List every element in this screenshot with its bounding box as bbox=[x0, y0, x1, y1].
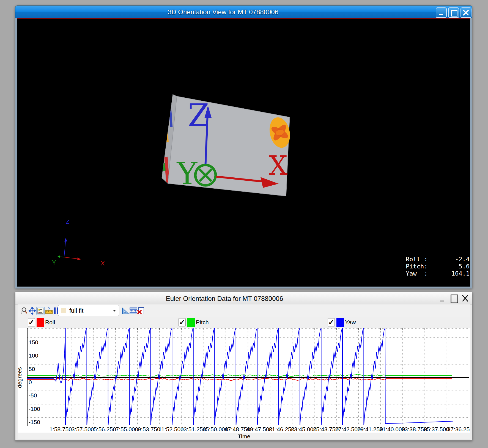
measure-ruler-icon[interactable]: ? bbox=[45, 307, 53, 315]
svg-text:150: 150 bbox=[29, 339, 38, 345]
close-button[interactable] bbox=[460, 7, 471, 18]
series-legend-row: ✓ Roll ✓ Pitch ✓ Yaw bbox=[18, 317, 470, 328]
yaw-checkbox[interactable]: ✓ bbox=[328, 318, 335, 326]
span-markers-icon[interactable] bbox=[129, 307, 137, 315]
minimize-icon bbox=[439, 14, 443, 15]
svg-text:degrees: degrees bbox=[18, 367, 23, 388]
yaw-color-swatch bbox=[336, 318, 344, 327]
clear-markers-icon[interactable] bbox=[137, 307, 144, 315]
euler-chart: 150100500-50-100-1501:58.7503:57.5005:56… bbox=[18, 328, 470, 433]
chart-toolbar: ? full fit bbox=[18, 304, 470, 317]
pitch-readout: Pitch:5.6 bbox=[406, 263, 470, 270]
maximize-icon bbox=[451, 10, 457, 17]
yaw-label: Yaw bbox=[345, 319, 356, 326]
maximize-button[interactable] bbox=[448, 7, 459, 18]
svg-text:7:55.000: 7:55.000 bbox=[116, 426, 138, 432]
svg-text:3:57.500: 3:57.500 bbox=[72, 426, 94, 432]
fit-mode-combobox[interactable]: full fit bbox=[58, 305, 119, 316]
fit-selection-icon bbox=[61, 308, 66, 313]
legend-yaw: ✓ Yaw bbox=[328, 318, 356, 327]
scene-3d: Z Y X bbox=[17, 18, 470, 287]
pitch-label: Pitch bbox=[196, 319, 209, 326]
svg-text:-150: -150 bbox=[29, 419, 40, 425]
svg-text:9:53.750: 9:53.750 bbox=[138, 426, 160, 432]
mini-z-label: Z bbox=[66, 218, 69, 225]
minimize-button[interactable] bbox=[437, 294, 448, 304]
window-euler-data: Euler Orientation Data for MT 07880006 ? bbox=[15, 292, 472, 441]
chevron-down-icon bbox=[113, 310, 116, 312]
titlebar-chart[interactable]: Euler Orientation Data for MT 07880006 bbox=[15, 292, 472, 305]
roll-checkbox[interactable]: ✓ bbox=[28, 318, 35, 326]
legend-toggle-icon[interactable] bbox=[36, 307, 45, 315]
x-axis-title: Time bbox=[18, 433, 470, 440]
chart-client: ? full fit bbox=[18, 304, 470, 439]
maximize-button[interactable] bbox=[449, 294, 459, 304]
window-title-3d: 3D Orientation View for MT 07880006 bbox=[15, 8, 431, 16]
x-axis-letter: X bbox=[269, 150, 287, 181]
svg-text:?: ? bbox=[47, 307, 50, 311]
desktop: 3D Orientation View for MT 07880006 bbox=[0, 0, 488, 448]
legend-pitch: ✓ Pitch bbox=[179, 318, 209, 327]
mini-x-label: X bbox=[101, 260, 105, 267]
svg-text:37:36.25: 37:36.25 bbox=[447, 426, 470, 432]
minimize-button[interactable] bbox=[436, 7, 447, 18]
minimize-icon bbox=[440, 301, 444, 301]
viewport-3d[interactable]: Z Y X bbox=[17, 18, 470, 287]
pitch-checkbox[interactable]: ✓ bbox=[179, 318, 186, 326]
yaw-readout: Yaw :-164.1 bbox=[406, 270, 470, 277]
zoom-select-icon[interactable] bbox=[21, 307, 28, 315]
world-axes-indicator: Z Y X bbox=[52, 218, 105, 267]
svg-text:50: 50 bbox=[29, 366, 35, 372]
svg-text:35:37.500: 35:37.500 bbox=[424, 426, 449, 432]
roll-label: Roll bbox=[45, 319, 55, 326]
svg-text:1:58.750: 1:58.750 bbox=[49, 426, 72, 432]
orientation-readout: Roll :-2.4 Pitch:5.6 Yaw :-164.1 bbox=[406, 256, 470, 277]
euler-chart-area[interactable]: 150100500-50-100-1501:58.7503:57.5005:56… bbox=[18, 328, 470, 433]
set-square-icon[interactable] bbox=[122, 307, 129, 315]
legend-roll: ✓ Roll bbox=[28, 318, 55, 327]
maximize-icon bbox=[451, 295, 458, 303]
window-title-chart: Euler Orientation Data for MT 07880006 bbox=[15, 295, 434, 303]
mini-y-label: Y bbox=[52, 259, 56, 266]
titlebar-3d[interactable]: 3D Orientation View for MT 07880006 bbox=[15, 6, 472, 18]
svg-text:-50: -50 bbox=[29, 392, 37, 398]
svg-text:11:52.500: 11:52.500 bbox=[158, 426, 184, 432]
svg-text:5:56.250: 5:56.250 bbox=[94, 426, 116, 432]
fit-mode-value: full fit bbox=[69, 307, 83, 314]
roll-color-swatch bbox=[37, 318, 44, 327]
roll-readout: Roll :-2.4 bbox=[406, 256, 470, 263]
top-red-strip bbox=[17, 18, 470, 19]
pan-icon[interactable] bbox=[29, 307, 36, 315]
svg-text:0: 0 bbox=[29, 379, 32, 385]
svg-text:-100: -100 bbox=[29, 406, 40, 412]
window-3d-orientation: 3D Orientation View for MT 07880006 bbox=[15, 6, 472, 288]
pitch-color-swatch bbox=[187, 318, 195, 327]
svg-text:100: 100 bbox=[29, 352, 38, 359]
close-button[interactable] bbox=[460, 294, 471, 304]
